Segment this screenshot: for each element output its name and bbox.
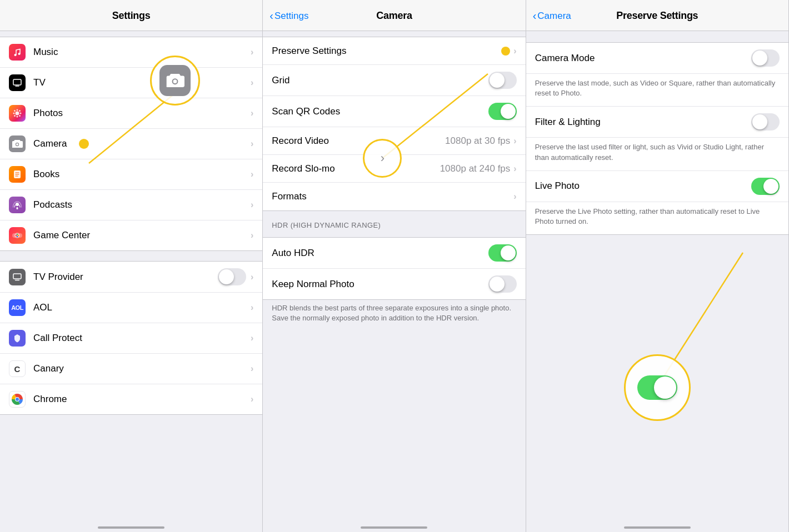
livephoto-toggle[interactable]: [751, 178, 780, 195]
list-item-recordvideo[interactable]: Record Video 1080p at 30 fps ›: [263, 127, 525, 155]
tv-icon: [9, 74, 26, 91]
svg-point-11: [19, 115, 21, 117]
podcasts-label: Podcasts: [33, 199, 251, 210]
preserve-item-filterlighting: Filter & Lighting Preserve the last used…: [526, 107, 788, 170]
callprotect-label: Call Protect: [33, 333, 251, 344]
aol-icon: AOL: [9, 299, 26, 316]
list-item-chrome[interactable]: Chrome ›: [0, 384, 262, 414]
cameramode-toggle-knob: [752, 51, 767, 66]
camera-symbol: [12, 139, 23, 148]
list-item-camera[interactable]: Camera ›: [0, 129, 262, 159]
list-item-formats[interactable]: Formats ›: [263, 183, 525, 210]
music-chevron: ›: [251, 47, 253, 57]
scanqr-label: Scan QR Codes: [272, 106, 488, 117]
svg-point-22: [17, 234, 18, 235]
photos-chevron: ›: [251, 108, 253, 118]
keepnormal-toggle[interactable]: [488, 275, 517, 293]
svg-point-23: [17, 236, 18, 237]
books-chevron: ›: [251, 169, 253, 179]
list-item-preserve[interactable]: Preserve Settings ›: [263, 37, 525, 65]
tvprovider-icon: [9, 269, 26, 285]
tvprovider-toggle[interactable]: [218, 268, 246, 285]
svg-point-21: [18, 235, 19, 236]
music-icon: [9, 44, 26, 61]
tvprovider-chevron: ›: [251, 272, 253, 282]
list-item-music[interactable]: Music ›: [0, 37, 262, 68]
cameramode-row[interactable]: Camera Mode: [526, 43, 788, 74]
scroll-indicator-2: [361, 526, 427, 529]
autohdr-label: Auto HDR: [272, 248, 488, 259]
svg-rect-24: [13, 274, 21, 279]
svg-point-13: [16, 143, 18, 145]
list-item-autohdr[interactable]: Auto HDR: [263, 238, 525, 269]
music-symbol: [12, 47, 22, 57]
filterlighting-desc: Preserve the last used filter or light, …: [526, 138, 788, 170]
books-symbol: [12, 169, 22, 179]
scroll-indicator-3: [624, 526, 691, 529]
podcasts-icon: [9, 197, 26, 213]
gamecenter-icon: [9, 227, 26, 244]
cameramode-label: Camera Mode: [535, 53, 751, 64]
preserve-back-button[interactable]: ‹ Camera: [533, 9, 571, 22]
svg-point-3: [16, 112, 19, 116]
list-item-gamecenter[interactable]: Game Center ›: [0, 220, 262, 250]
list-item-aol[interactable]: AOL AOL ›: [0, 293, 262, 323]
list-item-callprotect[interactable]: Call Protect ›: [0, 323, 262, 354]
aol-label: AOL: [33, 302, 251, 313]
autohdr-toggle[interactable]: [488, 244, 517, 262]
livephoto-desc: Preserve the Live Photo setting, rather …: [526, 202, 788, 234]
cameramode-toggle[interactable]: [751, 49, 780, 67]
svg-rect-16: [17, 207, 18, 209]
camera-back-button[interactable]: ‹ Settings: [269, 9, 308, 22]
gamecenter-label: Game Center: [33, 230, 251, 241]
svg-point-8: [14, 110, 16, 112]
podcasts-chevron: ›: [251, 200, 253, 210]
filterlighting-label: Filter & Lighting: [535, 117, 751, 128]
settings-section-providers: TV Provider › AOL AOL ›: [0, 261, 262, 415]
svg-point-28: [16, 398, 19, 401]
settings-panel: Settings Music ›: [0, 0, 263, 532]
aol-chevron: ›: [251, 303, 253, 313]
camera-main-section: Preserve Settings › Grid Scan QR Codes: [263, 37, 525, 211]
svg-point-0: [14, 54, 17, 56]
list-item-books[interactable]: Books ›: [0, 159, 262, 190]
list-item-tvprovider[interactable]: TV Provider ›: [0, 262, 262, 293]
scroll-indicator-1: [98, 526, 164, 529]
filterlighting-toggle-knob: [752, 114, 767, 129]
settings-title: Settings: [112, 10, 151, 22]
list-item-grid[interactable]: Grid: [263, 65, 525, 96]
list-item-canary[interactable]: C Canary ›: [0, 354, 262, 384]
photos-icon: [9, 105, 26, 122]
hdr-desc: HDR blends the best parts of three separ…: [263, 300, 525, 329]
chrome-label: Chrome: [33, 394, 251, 405]
svg-rect-2: [13, 79, 21, 85]
preserve-back-label: Camera: [537, 11, 571, 22]
camera-panel: ‹ Settings Camera Preserve Settings › Gr…: [263, 0, 526, 532]
recordvideo-chevron: ›: [513, 136, 516, 146]
list-item-tv[interactable]: TV ›: [0, 68, 262, 98]
list-item-keepnormal[interactable]: Keep Normal Photo: [263, 269, 525, 299]
spacer-1: [263, 211, 525, 217]
tvprovider-symbol: [12, 272, 22, 282]
grid-toggle[interactable]: [488, 72, 517, 89]
preserve-label: Preserve Settings: [272, 46, 513, 57]
tv-symbol: [12, 78, 22, 88]
autohdr-toggle-knob: [501, 245, 516, 260]
settings-list: Music › TV ›: [0, 31, 262, 532]
list-item-photos[interactable]: Photos ›: [0, 98, 262, 129]
recordslomo-chevron: ›: [513, 164, 516, 174]
list-item-scanqr[interactable]: Scan QR Codes: [263, 96, 525, 127]
svg-point-5: [17, 116, 18, 118]
list-item-podcasts[interactable]: Podcasts ›: [0, 190, 262, 220]
filterlighting-toggle[interactable]: [751, 113, 780, 131]
list-item-recordslomo[interactable]: Record Slo-mo 1080p at 240 fps ›: [263, 155, 525, 183]
chrome-icon: [9, 391, 26, 408]
preserve-header: ‹ Camera Preserve Settings: [526, 0, 788, 31]
livephoto-row[interactable]: Live Photo: [526, 171, 788, 202]
preserve-top-spacer: [526, 31, 788, 37]
keepnormal-toggle-knob: [490, 277, 505, 292]
camera-icon: [9, 135, 26, 152]
scanqr-toggle[interactable]: [488, 103, 517, 120]
filterlighting-row[interactable]: Filter & Lighting: [526, 107, 788, 138]
livephoto-label: Live Photo: [535, 180, 751, 192]
